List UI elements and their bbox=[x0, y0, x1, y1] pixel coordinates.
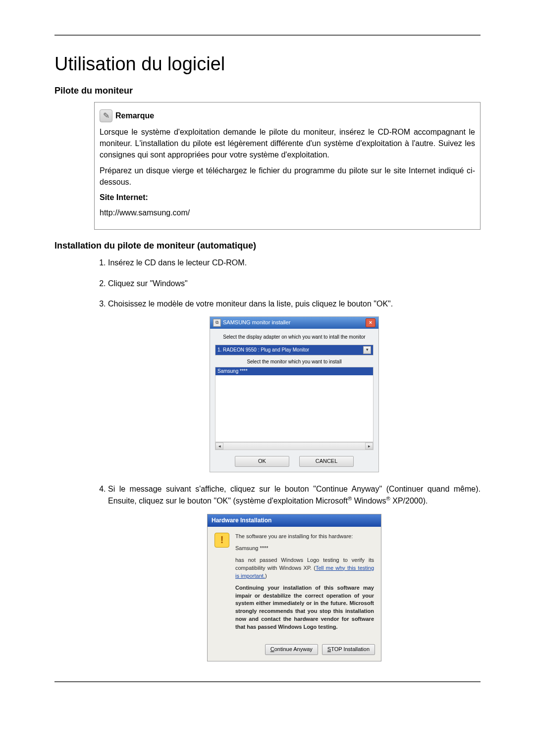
installer-monitor-list[interactable]: Samsung **** bbox=[215, 367, 374, 442]
note-paragraph-1: Lorsque le système d'exploitation demand… bbox=[100, 126, 475, 161]
note-paragraph-2: Préparez un disque vierge et téléchargez… bbox=[100, 165, 475, 188]
note-title: Remarque bbox=[115, 110, 154, 121]
hw-titlebar: Hardware Installation bbox=[208, 514, 381, 527]
installer-horizontal-scrollbar[interactable]: ◂ ▸ bbox=[215, 442, 374, 450]
step-4: Si le message suivant s'affiche, cliquez… bbox=[108, 483, 481, 661]
registered-mark-1: ® bbox=[348, 496, 352, 502]
continue-anyway-button[interactable]: Continue Anyway bbox=[265, 644, 318, 655]
step-3: Choisissez le modèle de votre moniteur d… bbox=[108, 298, 481, 472]
install-steps: Insérez le CD dans le lecteur CD-ROM. Cl… bbox=[94, 257, 481, 661]
chevron-down-icon[interactable]: ▾ bbox=[363, 346, 371, 354]
samsung-installer-dialog: ⧉ SAMSUNG monitor installer × Select the… bbox=[210, 316, 379, 472]
site-internet-url: http://www.samsung.com/ bbox=[100, 207, 475, 218]
installer-app-icon: ⧉ bbox=[213, 319, 221, 327]
hardware-installation-dialog: Hardware Installation ! The software you… bbox=[207, 514, 381, 662]
installer-adapter-value: 1. RADEON 9550 : Plug and Play Monitor bbox=[217, 347, 309, 354]
stop-installation-button[interactable]: STOP Installation bbox=[322, 644, 375, 655]
hw-line-3b: ) bbox=[265, 573, 267, 579]
step-3-text: Choisissez le modèle de votre moniteur d… bbox=[108, 300, 393, 308]
hw-line-3: has not passed Windows Logo testing to v… bbox=[235, 556, 374, 580]
close-icon[interactable]: × bbox=[366, 318, 375, 327]
note-icon: ✎ bbox=[100, 109, 112, 122]
hw-warning-paragraph: Continuing your installation of this sof… bbox=[235, 584, 374, 632]
step-1: Insérez le CD dans le lecteur CD-ROM. bbox=[108, 257, 481, 268]
page-title: Utilisation du logiciel bbox=[54, 53, 481, 75]
step-4-text-c: XP/2000). bbox=[390, 497, 428, 505]
installer-monitor-item-selected[interactable]: Samsung **** bbox=[215, 367, 373, 376]
step-4-text-b: Windows bbox=[352, 497, 386, 505]
site-internet-label: Site Internet: bbox=[100, 192, 475, 203]
installer-monitor-label: Select the monitor which you want to ins… bbox=[215, 358, 374, 366]
hw-line-2: Samsung **** bbox=[235, 545, 374, 553]
bottom-divider bbox=[54, 681, 481, 682]
scroll-right-icon[interactable]: ▸ bbox=[365, 443, 373, 450]
installer-adapter-label: Select the display adapter on which you … bbox=[215, 334, 374, 341]
step-2: Cliquez sur "Windows" bbox=[108, 278, 481, 289]
installer-titlebar: ⧉ SAMSUNG monitor installer × bbox=[210, 317, 378, 329]
remark-box: ✎ Remarque Lorsque le système d'exploita… bbox=[94, 102, 481, 230]
section-driver-heading: Pilote du moniteur bbox=[54, 86, 481, 96]
installer-title: SAMSUNG monitor installer bbox=[223, 319, 290, 327]
warning-icon: ! bbox=[214, 533, 229, 548]
hw-line-1: The software you are installing for this… bbox=[235, 533, 374, 541]
scroll-left-icon[interactable]: ◂ bbox=[215, 443, 223, 450]
section-install-heading: Installation du pilote de moniteur (auto… bbox=[54, 241, 481, 251]
installer-adapter-select[interactable]: 1. RADEON 9550 : Plug and Play Monitor ▾ bbox=[215, 345, 374, 355]
installer-cancel-button[interactable]: CANCEL bbox=[299, 456, 354, 467]
registered-mark-2: ® bbox=[386, 496, 390, 502]
top-divider bbox=[54, 35, 481, 36]
document-page: Utilisation du logiciel Pilote du monite… bbox=[0, 0, 535, 756]
installer-ok-button[interactable]: OK bbox=[235, 456, 289, 467]
